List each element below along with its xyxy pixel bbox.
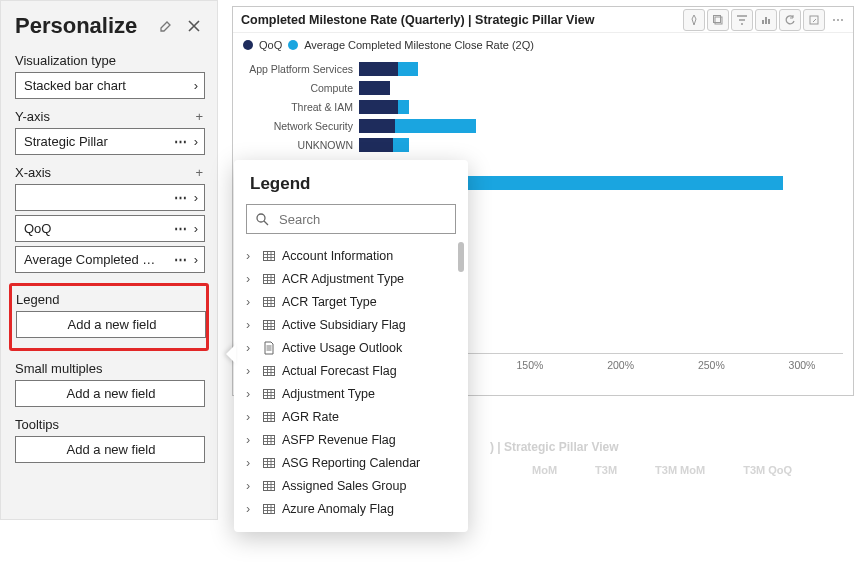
bar-area	[359, 62, 833, 76]
chevron-right-icon: ›	[194, 190, 198, 205]
svg-rect-8	[264, 274, 275, 283]
table-icon	[262, 272, 276, 286]
bar-label: Compute	[233, 82, 359, 94]
undo-icon[interactable]	[779, 9, 801, 31]
xaxis-label: X-axis +	[15, 165, 203, 180]
chevron-right-icon: ›	[194, 134, 198, 149]
personalize-icon[interactable]	[755, 9, 777, 31]
field-item[interactable]: ›ASFP Revenue Flag	[246, 428, 468, 451]
svg-rect-3	[765, 17, 767, 24]
legend-add-button[interactable]: Add a new field	[16, 311, 206, 338]
field-item[interactable]: ›ACR Adjustment Type	[246, 267, 468, 290]
search-icon	[255, 212, 269, 226]
xaxis-field-2[interactable]: Average Completed … ⋯ ›	[15, 246, 205, 273]
bar-segment[interactable]	[359, 119, 395, 133]
svg-rect-10	[264, 320, 275, 329]
bar-area	[359, 81, 833, 95]
xaxis-field-1[interactable]: QoQ ⋯ ›	[15, 215, 205, 242]
smallmult-label: Small multiples	[15, 361, 203, 376]
field-item[interactable]: ›Active Subsidiary Flag	[246, 313, 468, 336]
svg-rect-16	[264, 481, 275, 490]
chart-title: Completed Milestone Rate (Quarterly) | S…	[241, 13, 594, 27]
table-icon	[262, 479, 276, 493]
add-xaxis-icon[interactable]: +	[195, 165, 203, 180]
add-yaxis-icon[interactable]: +	[195, 109, 203, 124]
more-icon[interactable]: ⋯	[827, 9, 849, 31]
svg-rect-5	[810, 16, 818, 24]
svg-rect-15	[264, 458, 275, 467]
svg-rect-13	[264, 412, 275, 421]
document-icon	[262, 341, 276, 355]
svg-rect-12	[264, 389, 275, 398]
field-item[interactable]: ›Adjustment Type	[246, 382, 468, 405]
more-icon[interactable]: ⋯	[174, 190, 188, 205]
search-input[interactable]	[277, 211, 449, 228]
more-icon[interactable]: ⋯	[174, 221, 188, 236]
bar-segment[interactable]	[393, 138, 409, 152]
field-list[interactable]: ›Account Information›ACR Adjustment Type…	[234, 242, 468, 522]
field-item-label: ACR Target Type	[282, 295, 377, 309]
table-icon	[262, 433, 276, 447]
vis-type-value: Stacked bar chart	[24, 78, 194, 93]
bar-segment[interactable]	[398, 62, 418, 76]
personalize-panel: Personalize Visualization type Stacked b…	[0, 0, 218, 520]
bar-segment[interactable]	[359, 138, 393, 152]
chevron-right-icon: ›	[246, 272, 256, 286]
bar-segment[interactable]	[359, 81, 390, 95]
chart-header: Completed Milestone Rate (Quarterly) | S…	[233, 7, 853, 33]
vis-type-select[interactable]: Stacked bar chart ›	[15, 72, 205, 99]
field-item-label: Assigned Sales Group	[282, 479, 406, 493]
more-icon[interactable]: ⋯	[174, 252, 188, 267]
filter-icon[interactable]	[731, 9, 753, 31]
chevron-right-icon: ›	[246, 295, 256, 309]
field-item[interactable]: ›Active Usage Outlook	[246, 336, 468, 359]
svg-rect-2	[762, 20, 764, 24]
erase-icon[interactable]	[157, 17, 175, 35]
legend-label-1: QoQ	[259, 39, 282, 51]
yaxis-field[interactable]: Strategic Pillar ⋯ ›	[15, 128, 205, 155]
yaxis-label: Y-axis +	[15, 109, 203, 124]
chevron-right-icon: ›	[194, 78, 198, 93]
legend-label: Legend	[16, 292, 202, 307]
chart-toolbar: ⋯	[683, 9, 849, 31]
svg-rect-17	[264, 504, 275, 513]
copy-icon[interactable]	[707, 9, 729, 31]
tooltips-add-button[interactable]: Add a new field	[15, 436, 205, 463]
field-item[interactable]: ›Assigned Sales Group	[246, 474, 468, 497]
bar-segment[interactable]	[395, 119, 476, 133]
field-item-label: Azure Anomaly Flag	[282, 502, 394, 516]
field-item[interactable]: ›ASG Reporting Calendar	[246, 451, 468, 474]
chevron-right-icon: ›	[246, 364, 256, 378]
panel-title: Personalize	[15, 13, 137, 39]
yaxis-value: Strategic Pillar	[24, 134, 168, 149]
bar-segment[interactable]	[359, 100, 398, 114]
field-item[interactable]: ›AGR Rate	[246, 405, 468, 428]
field-item[interactable]: ›Account Information	[246, 244, 468, 267]
pin-icon[interactable]	[683, 9, 705, 31]
bar-label: UNKNOWN	[233, 139, 359, 151]
legend-highlight: Legend Add a new field	[9, 283, 209, 351]
bar-segment[interactable]	[359, 62, 398, 76]
scrollbar-thumb[interactable]	[458, 242, 464, 272]
svg-rect-14	[264, 435, 275, 444]
field-item[interactable]: ›Azure Anomaly Flag	[246, 497, 468, 520]
svg-rect-9	[264, 297, 275, 306]
close-icon[interactable]	[185, 17, 203, 35]
field-item-label: AGR Rate	[282, 410, 339, 424]
bar-label: Threat & IAM	[233, 101, 359, 113]
svg-point-6	[257, 214, 265, 222]
popup-title: Legend	[250, 174, 452, 194]
table-icon	[262, 318, 276, 332]
field-item[interactable]: ›Actual Forecast Flag	[246, 359, 468, 382]
search-box[interactable]	[246, 204, 456, 234]
field-item[interactable]: ›ACR Target Type	[246, 290, 468, 313]
bar-label: App Platform Services	[233, 63, 359, 75]
chevron-right-icon: ›	[246, 318, 256, 332]
chevron-right-icon: ›	[194, 221, 198, 236]
bar-segment[interactable]	[398, 100, 409, 114]
xaxis-field-0[interactable]: ⋯ ›	[15, 184, 205, 211]
chevron-right-icon: ›	[246, 502, 256, 516]
focus-icon[interactable]	[803, 9, 825, 31]
more-icon[interactable]: ⋯	[174, 134, 188, 149]
smallmult-add-button[interactable]: Add a new field	[15, 380, 205, 407]
